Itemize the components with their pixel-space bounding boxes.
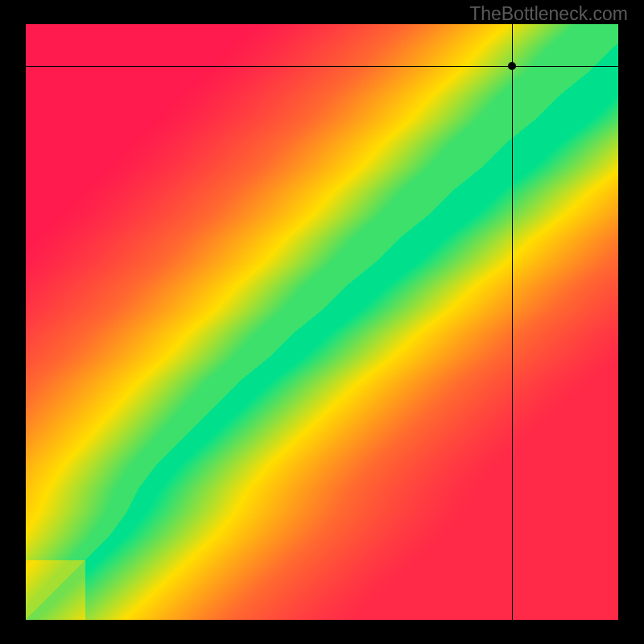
chart-container: TheBottleneck.com: [0, 0, 644, 644]
bottleneck-heatmap: [26, 24, 618, 620]
watermark-text: TheBottleneck.com: [469, 3, 628, 25]
